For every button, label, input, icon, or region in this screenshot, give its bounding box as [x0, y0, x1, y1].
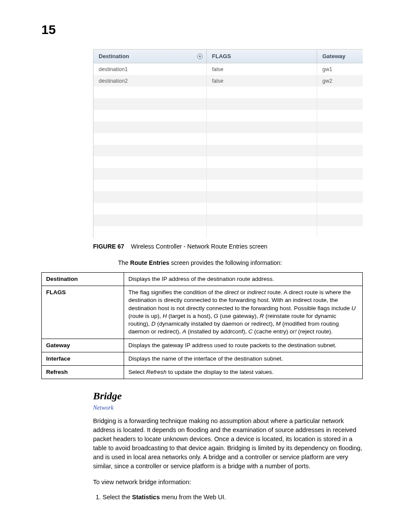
- col-flags[interactable]: FLAGS: [207, 50, 317, 63]
- table-row-empty: [93, 98, 363, 110]
- table-row-empty: [93, 191, 363, 203]
- table-row-empty: [93, 110, 363, 121]
- col-gateway[interactable]: Gateway: [317, 50, 363, 63]
- table-row[interactable]: destination2falsegw2: [93, 75, 363, 87]
- definition-desc: Displays the IP address of the destinati…: [124, 273, 363, 286]
- table-row-empty: [93, 226, 363, 238]
- sort-asc-icon[interactable]: [197, 53, 203, 59]
- figure-caption: FIGURE 67 Wireless Controller - Network …: [93, 243, 363, 250]
- bridge-steps: Select the Statistics menu from the Web …: [93, 494, 363, 501]
- cell-flags: false: [207, 63, 317, 75]
- definition-row: RefreshSelect Refresh to update the disp…: [42, 365, 363, 379]
- col-destination-label: Destination: [99, 53, 129, 59]
- definitions-table: DestinationDisplays the IP address of th…: [41, 272, 363, 379]
- table-row[interactable]: destination1falsegw1: [93, 63, 363, 75]
- table-row-empty: [93, 133, 363, 145]
- breadcrumb-network[interactable]: Network: [93, 404, 363, 411]
- intro-prefix: The: [118, 259, 130, 266]
- page: 15 Destination FLAGS Gateway: [0, 0, 411, 532]
- bridge-lead-in: To view network bridge information:: [93, 478, 363, 487]
- cell-destination: destination2: [93, 75, 207, 87]
- definition-term: Gateway: [42, 339, 124, 352]
- cell-gateway: gw2: [317, 75, 363, 87]
- intro-suffix: screen provides the following informatio…: [169, 259, 282, 266]
- definitions-body: DestinationDisplays the IP address of th…: [42, 273, 363, 379]
- definition-term: Destination: [42, 273, 124, 286]
- route-entries-screenshot: Destination FLAGS Gateway destination1fa…: [93, 49, 363, 238]
- definition-desc: Select Refresh to update the display to …: [124, 365, 363, 379]
- table-row-empty: [93, 121, 363, 133]
- definition-term: FLAGS: [42, 286, 124, 339]
- table-row-empty: [93, 156, 363, 168]
- route-entries-table: Destination FLAGS Gateway destination1fa…: [93, 50, 363, 238]
- step1-suffix: menu from the Web UI.: [160, 494, 226, 501]
- step1-prefix: Select the: [103, 494, 132, 501]
- figure-title: Wireless Controller - Network Route Entr…: [131, 243, 268, 250]
- route-entries-body: destination1falsegw1destination2falsegw2: [93, 63, 363, 238]
- definition-row: GatewayDisplays the gateway IP address u…: [42, 339, 363, 352]
- page-number: 15: [41, 22, 363, 37]
- definition-term: Refresh: [42, 365, 124, 379]
- definition-row: DestinationDisplays the IP address of th…: [42, 273, 363, 286]
- col-destination[interactable]: Destination: [93, 50, 207, 63]
- cell-destination: destination1: [93, 63, 207, 75]
- table-row-empty: [93, 87, 363, 98]
- bridge-step-1: Select the Statistics menu from the Web …: [103, 494, 363, 501]
- cell-flags: false: [207, 75, 317, 87]
- cell-gateway: gw1: [317, 63, 363, 75]
- definition-desc: Displays the gateway IP address used to …: [124, 339, 363, 352]
- section-title: Bridge: [93, 390, 363, 402]
- definition-desc: Displays the name of the interface of th…: [124, 352, 363, 365]
- table-row-empty: [93, 215, 363, 226]
- table-row-empty: [93, 168, 363, 180]
- definition-term: Interface: [42, 352, 124, 365]
- bridge-paragraph: Bridging is a forwarding technique makin…: [93, 417, 363, 471]
- definition-row: InterfaceDisplays the name of the interf…: [42, 352, 363, 365]
- intro-line: The Route Entries screen provides the fo…: [118, 259, 363, 266]
- table-row-empty: [93, 180, 363, 191]
- definition-desc: The flag signifies the condition of the …: [124, 286, 363, 339]
- col-flags-label: FLAGS: [212, 53, 231, 59]
- step1-bold: Statistics: [132, 494, 160, 501]
- table-row-empty: [93, 145, 363, 156]
- figure-label: FIGURE 67: [93, 243, 124, 250]
- intro-bold: Route Entries: [130, 259, 169, 266]
- definition-row: FLAGSThe flag signifies the condition of…: [42, 286, 363, 339]
- col-gateway-label: Gateway: [322, 53, 345, 59]
- table-row-empty: [93, 203, 363, 215]
